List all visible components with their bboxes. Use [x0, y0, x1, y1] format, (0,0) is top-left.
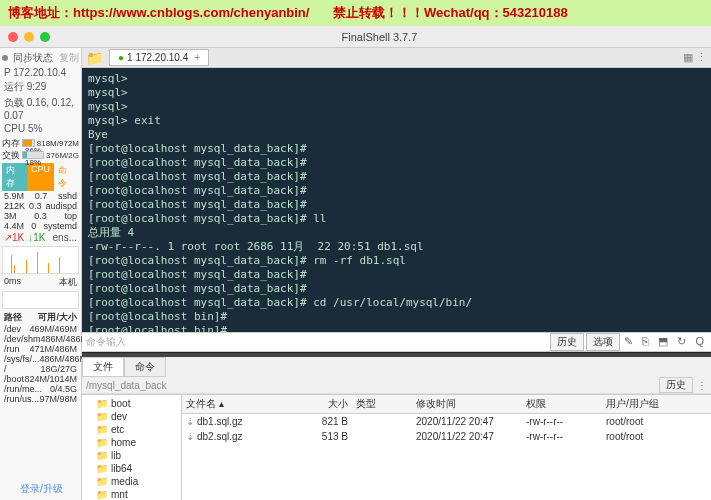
path-history-button[interactable]: 历史 [659, 377, 693, 393]
tree-item[interactable]: 📁lib [82, 449, 181, 462]
sidebar-tabs[interactable]: 内存 CPU 命令 [2, 163, 79, 191]
panel-tabs: 文件 命令 [82, 357, 711, 377]
fs-row: /dev/shm486M/486M [2, 334, 79, 344]
path-tools[interactable]: ⋮ [697, 380, 707, 391]
close-icon[interactable] [8, 32, 18, 42]
fs-row: /18G/27G [2, 364, 79, 374]
tab-commands[interactable]: 命令 [124, 357, 166, 377]
tree-item[interactable]: 📁lib64 [82, 462, 181, 475]
tree-item[interactable]: 📁home [82, 436, 181, 449]
cpu-label: CPU 5% [2, 122, 79, 135]
watermark-banner: 博客地址：https://www.cnblogs.com/chenyanbin/… [0, 0, 711, 26]
tab-files[interactable]: 文件 [82, 357, 124, 377]
swap-bar: 交换18%376M/2G [2, 149, 79, 161]
tab-cpu[interactable]: CPU [27, 163, 54, 191]
sidebar: 同步状态复制 P 172.20.10.4 运行 9:29 负载 0.16, 0.… [0, 48, 82, 500]
ip-label: P 172.20.10.4 [2, 66, 79, 79]
folder-tree[interactable]: 📁boot📁dev📁etc📁home📁lib📁lib64📁media📁mnt📁m… [82, 395, 182, 500]
sessions-icon[interactable]: 📁 [86, 50, 103, 66]
proc-row: 4.4M0systemd [2, 221, 79, 231]
breadcrumb: /mysql_data_back 历史 ⋮ [82, 377, 711, 394]
command-bar: 命令输入 历史 选项 ✎ ⎘ ⬒ ↻ Q [82, 332, 711, 352]
uptime-label: 运行 9:29 [2, 79, 79, 95]
fs-row: /run/us...97M/98M [2, 394, 79, 404]
session-tab[interactable]: ●1 172.20.10.4+ [109, 49, 209, 66]
net-bottom: 0ms本机 [2, 276, 79, 289]
copy-button[interactable]: 复制 [59, 51, 79, 65]
tree-item[interactable]: 📁etc [82, 423, 181, 436]
minimize-icon[interactable] [24, 32, 34, 42]
file-row[interactable]: ⇣db1.sql.gz821 B2020/11/22 20:47-rw-r--r… [182, 414, 711, 429]
fs-row: /run/me...0/4.5G [2, 384, 79, 394]
mem-bar: 内存86%818M/972M [2, 137, 79, 149]
proc-row: 5.9M0.7sshd [2, 191, 79, 201]
maximize-icon[interactable] [40, 32, 50, 42]
tree-item[interactable]: 📁mnt [82, 488, 181, 500]
tree-item[interactable]: 📁dev [82, 410, 181, 423]
proc-row: 3M0.3top [2, 211, 79, 221]
tree-item[interactable]: 📁media [82, 475, 181, 488]
file-list-header[interactable]: 文件名 ▴ 大小 类型 修改时间 权限 用户/用户组 [182, 395, 711, 414]
net-stats: ↗1K↓1Kens... [2, 231, 79, 244]
window-titlebar: FinalShell 3.7.7 [0, 26, 711, 48]
login-upgrade-link[interactable]: 登录/升级 [20, 482, 63, 496]
history-button[interactable]: 历史 [550, 333, 584, 351]
fs-row: /run471M/486M [2, 344, 79, 354]
net-chart [2, 246, 79, 274]
session-tabbar: 📁 ●1 172.20.10.4+ ▦ ⋮ [82, 48, 711, 68]
tree-item[interactable]: 📁boot [82, 397, 181, 410]
file-panel: 📁boot📁dev📁etc📁home📁lib📁lib64📁media📁mnt📁m… [82, 394, 711, 500]
tab-mem[interactable]: 内存 [2, 163, 27, 191]
load-label: 负载 0.16, 0.12, 0.07 [2, 95, 79, 122]
proc-row: 212K0.3audispd [2, 201, 79, 211]
terminal[interactable]: mysql> mysql> mysql> mysql> exit Bye [ro… [82, 68, 711, 331]
options-button[interactable]: 选项 [586, 333, 620, 351]
cmdbar-tools[interactable]: ✎ ⎘ ⬒ ↻ Q [624, 335, 707, 348]
sync-status: 同步状态 [11, 50, 55, 66]
tabbar-tools-icon[interactable]: ▦ ⋮ [683, 51, 707, 64]
fs-row: /sys/fs/...486M/486M [2, 354, 79, 364]
new-tab-icon[interactable]: + [194, 52, 200, 63]
window-title: FinalShell 3.7.7 [56, 31, 703, 43]
file-row[interactable]: ⇣db2.sql.gz513 B2020/11/22 20:47-rw-r--r… [182, 429, 711, 444]
current-path[interactable]: /mysql_data_back [86, 380, 659, 391]
file-list[interactable]: ⇣db1.sql.gz821 B2020/11/22 20:47-rw-r--r… [182, 414, 711, 444]
tab-cmd[interactable]: 命令 [54, 163, 79, 191]
fs-row: /dev469M/469M [2, 324, 79, 334]
ping-chart [2, 291, 79, 309]
fs-row: /boot824M/1014M [2, 374, 79, 384]
command-input[interactable]: 命令输入 [86, 335, 548, 349]
